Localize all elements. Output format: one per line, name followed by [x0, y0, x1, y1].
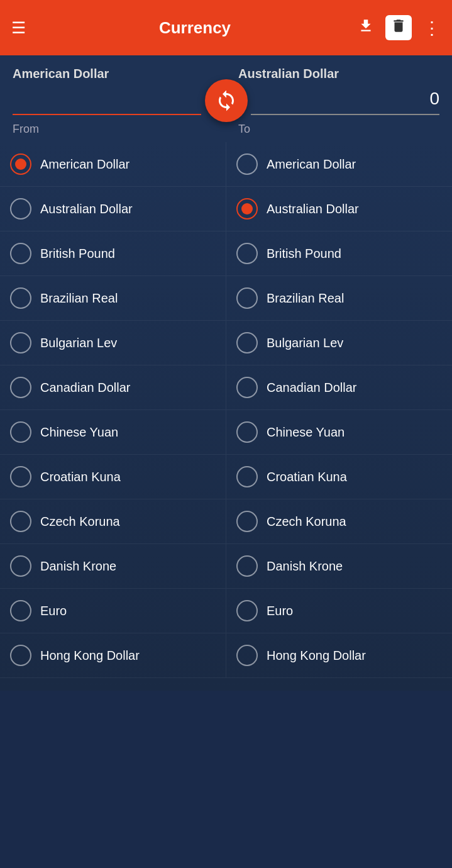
- to-output[interactable]: [251, 86, 439, 115]
- to-radio-canadian-dollar[interactable]: [236, 377, 258, 398]
- to-currency-option-bulgarian-lev[interactable]: Bulgarian Lev: [226, 321, 452, 365]
- to-currency-option-australian-dollar[interactable]: Australian Dollar: [226, 187, 452, 231]
- to-currency-option-brazilian-real[interactable]: Brazilian Real: [226, 276, 452, 320]
- from-currency-name-american-dollar: American Dollar: [40, 157, 130, 172]
- to-radio-hong-kong-dollar[interactable]: [236, 645, 258, 666]
- currency-row: Australian Dollar Australian Dollar: [0, 187, 452, 231]
- to-currency-name-euro: Euro: [267, 604, 293, 618]
- from-currency-name-brazilian-real: Brazilian Real: [40, 291, 118, 306]
- currency-row: Hong Kong Dollar Hong Kong Dollar: [0, 633, 452, 678]
- swap-button[interactable]: [205, 79, 248, 122]
- currency-row: Danish Krone Danish Krone: [0, 544, 452, 589]
- download-icon[interactable]: [358, 18, 374, 38]
- topbar-actions: ⋮: [358, 15, 441, 40]
- to-currency-label: Australian Dollar: [238, 67, 439, 81]
- to-currency-name-croatian-kuna: Croatian Kuna: [267, 470, 347, 484]
- topbar: ☰ Currency ⋮: [0, 0, 452, 55]
- to-radio-danish-krone[interactable]: [236, 555, 258, 577]
- to-radio-australian-dollar[interactable]: [236, 198, 258, 220]
- from-currency-name-chinese-yuan: Chinese Yuan: [40, 425, 118, 440]
- from-radio-bulgarian-lev[interactable]: [10, 332, 31, 353]
- from-input-area: [13, 86, 201, 115]
- conversion-inputs: [13, 86, 439, 115]
- to-currency-option-czech-koruna[interactable]: Czech Koruna: [226, 499, 452, 543]
- to-radio-chinese-yuan[interactable]: [236, 421, 258, 443]
- to-radio-czech-koruna[interactable]: [236, 511, 258, 532]
- from-currency-name-euro: Euro: [40, 604, 67, 618]
- from-currency-option-canadian-dollar[interactable]: Canadian Dollar: [0, 365, 226, 409]
- to-currency-name-brazilian-real: Brazilian Real: [267, 291, 344, 306]
- to-currency-option-euro[interactable]: Euro: [226, 589, 452, 633]
- from-radio-british-pound[interactable]: [10, 243, 31, 264]
- from-currency-option-australian-dollar[interactable]: Australian Dollar: [0, 187, 226, 231]
- from-radio-euro[interactable]: [10, 600, 31, 621]
- from-currency-option-hong-kong-dollar[interactable]: Hong Kong Dollar: [0, 633, 226, 677]
- from-currency-name-croatian-kuna: Croatian Kuna: [40, 470, 121, 484]
- more-icon[interactable]: ⋮: [423, 18, 441, 38]
- from-radio-american-dollar[interactable]: [10, 153, 31, 175]
- delete-icon[interactable]: [385, 15, 412, 40]
- to-radio-euro[interactable]: [236, 600, 258, 621]
- currency-row: Brazilian Real Brazilian Real: [0, 276, 452, 321]
- from-label: From: [13, 123, 214, 136]
- currency-row: Canadian Dollar Canadian Dollar: [0, 365, 452, 410]
- from-radio-canadian-dollar[interactable]: [10, 377, 31, 398]
- menu-icon[interactable]: ☰: [11, 19, 26, 36]
- from-currency-option-brazilian-real[interactable]: Brazilian Real: [0, 276, 226, 320]
- currency-row: Croatian Kuna Croatian Kuna: [0, 455, 452, 499]
- from-currency-option-danish-krone[interactable]: Danish Krone: [0, 544, 226, 588]
- to-radio-british-pound[interactable]: [236, 243, 258, 264]
- currency-row: Czech Koruna Czech Koruna: [0, 499, 452, 544]
- currency-row: British Pound British Pound: [0, 231, 452, 276]
- from-currency-option-chinese-yuan[interactable]: Chinese Yuan: [0, 410, 226, 454]
- to-currency-option-american-dollar[interactable]: American Dollar: [226, 142, 452, 186]
- to-radio-american-dollar[interactable]: [236, 153, 258, 175]
- from-radio-hong-kong-dollar[interactable]: [10, 645, 31, 666]
- currency-row: Bulgarian Lev Bulgarian Lev: [0, 321, 452, 365]
- from-radio-danish-krone[interactable]: [10, 555, 31, 577]
- currency-row: Chinese Yuan Chinese Yuan: [0, 410, 452, 455]
- app-title: Currency: [42, 18, 348, 38]
- to-currency-option-hong-kong-dollar[interactable]: Hong Kong Dollar: [226, 633, 452, 677]
- to-radio-croatian-kuna[interactable]: [236, 466, 258, 487]
- to-currency-option-danish-krone[interactable]: Danish Krone: [226, 544, 452, 588]
- to-currency-name-czech-koruna: Czech Koruna: [267, 515, 346, 529]
- from-currency-option-czech-koruna[interactable]: Czech Koruna: [0, 499, 226, 543]
- from-currency-name-czech-koruna: Czech Koruna: [40, 515, 120, 529]
- to-currency-name-american-dollar: American Dollar: [267, 157, 356, 172]
- to-currency-option-chinese-yuan[interactable]: Chinese Yuan: [226, 410, 452, 454]
- from-currency-option-bulgarian-lev[interactable]: Bulgarian Lev: [0, 321, 226, 365]
- to-currency-option-croatian-kuna[interactable]: Croatian Kuna: [226, 455, 452, 499]
- to-label: To: [238, 123, 439, 136]
- conversion-header: American Dollar Australian Dollar: [0, 55, 452, 115]
- from-currency-option-euro[interactable]: Euro: [0, 589, 226, 633]
- to-currency-name-bulgarian-lev: Bulgarian Lev: [267, 336, 343, 350]
- to-currency-name-chinese-yuan: Chinese Yuan: [267, 425, 345, 440]
- to-currency-name-canadian-dollar: Canadian Dollar: [267, 381, 356, 395]
- to-currency-name-hong-kong-dollar: Hong Kong Dollar: [267, 648, 366, 663]
- from-currency-option-american-dollar[interactable]: American Dollar: [0, 142, 226, 186]
- from-radio-czech-koruna[interactable]: [10, 511, 31, 532]
- to-output-area: [251, 86, 439, 115]
- from-radio-chinese-yuan[interactable]: [10, 421, 31, 443]
- from-radio-australian-dollar[interactable]: [10, 198, 31, 220]
- from-currency-name-australian-dollar: Australian Dollar: [40, 202, 133, 216]
- from-currency-option-british-pound[interactable]: British Pound: [0, 231, 226, 275]
- from-currency-name-british-pound: British Pound: [40, 247, 115, 261]
- currency-row: American Dollar American Dollar: [0, 142, 452, 187]
- to-currency-name-australian-dollar: Australian Dollar: [267, 202, 359, 216]
- from-currency-name-canadian-dollar: Canadian Dollar: [40, 381, 130, 395]
- to-radio-bulgarian-lev[interactable]: [236, 332, 258, 353]
- from-radio-croatian-kuna[interactable]: [10, 466, 31, 487]
- from-currency-label: American Dollar: [13, 67, 214, 81]
- to-currency-option-canadian-dollar[interactable]: Canadian Dollar: [226, 365, 452, 409]
- to-radio-brazilian-real[interactable]: [236, 287, 258, 309]
- to-currency-option-british-pound[interactable]: British Pound: [226, 231, 452, 275]
- from-currency-name-hong-kong-dollar: Hong Kong Dollar: [40, 648, 140, 663]
- to-currency-name-danish-krone: Danish Krone: [267, 559, 343, 574]
- from-radio-brazilian-real[interactable]: [10, 287, 31, 309]
- from-currency-name-danish-krone: Danish Krone: [40, 559, 116, 574]
- from-currency-name-bulgarian-lev: Bulgarian Lev: [40, 336, 117, 350]
- from-currency-option-croatian-kuna[interactable]: Croatian Kuna: [0, 455, 226, 499]
- from-input[interactable]: [13, 86, 201, 115]
